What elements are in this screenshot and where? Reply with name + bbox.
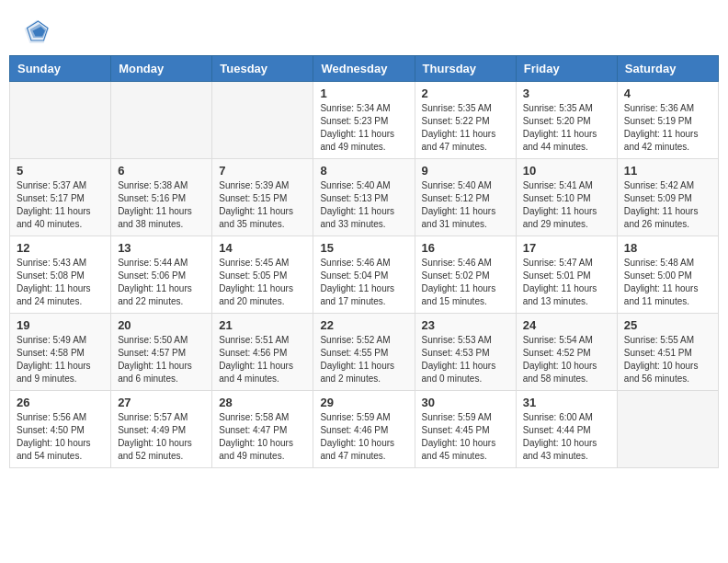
calendar-cell: 9Sunrise: 5:40 AM Sunset: 5:12 PM Daylig… bbox=[415, 159, 516, 236]
day-number: 22 bbox=[320, 318, 407, 332]
day-number: 29 bbox=[320, 396, 407, 409]
day-number: 6 bbox=[118, 164, 205, 178]
day-number: 2 bbox=[422, 86, 509, 100]
calendar-cell: 8Sunrise: 5:40 AM Sunset: 5:13 PM Daylig… bbox=[313, 159, 415, 236]
logo bbox=[23, 18, 54, 46]
calendar-cell: 17Sunrise: 5:47 AM Sunset: 5:01 PM Dayli… bbox=[516, 236, 617, 314]
calendar-week-row: 5Sunrise: 5:37 AM Sunset: 5:17 PM Daylig… bbox=[10, 159, 719, 236]
day-number: 25 bbox=[624, 318, 711, 332]
day-number: 23 bbox=[422, 318, 509, 332]
day-number: 17 bbox=[523, 241, 610, 255]
weekday-header-saturday: Saturday bbox=[617, 56, 718, 82]
calendar-cell: 20Sunrise: 5:50 AM Sunset: 4:57 PM Dayli… bbox=[111, 314, 212, 391]
weekday-header-row: SundayMondayTuesdayWednesdayThursdayFrid… bbox=[10, 56, 719, 82]
day-info: Sunrise: 5:34 AM Sunset: 5:23 PM Dayligh… bbox=[320, 102, 407, 154]
calendar-cell: 6Sunrise: 5:38 AM Sunset: 5:16 PM Daylig… bbox=[111, 159, 212, 236]
day-number: 1 bbox=[320, 86, 407, 100]
calendar-cell: 24Sunrise: 5:54 AM Sunset: 4:52 PM Dayli… bbox=[516, 314, 617, 391]
day-info: Sunrise: 5:49 AM Sunset: 4:58 PM Dayligh… bbox=[17, 334, 104, 385]
calendar-cell: 14Sunrise: 5:45 AM Sunset: 5:05 PM Dayli… bbox=[212, 236, 313, 314]
calendar-cell: 21Sunrise: 5:51 AM Sunset: 4:56 PM Dayli… bbox=[212, 314, 313, 391]
day-info: Sunrise: 5:56 AM Sunset: 4:50 PM Dayligh… bbox=[17, 411, 104, 463]
day-info: Sunrise: 5:45 AM Sunset: 5:05 PM Dayligh… bbox=[219, 257, 306, 308]
calendar-cell bbox=[10, 82, 111, 159]
day-info: Sunrise: 5:36 AM Sunset: 5:19 PM Dayligh… bbox=[624, 102, 711, 154]
calendar-cell bbox=[212, 82, 313, 159]
calendar-cell bbox=[617, 391, 718, 468]
calendar-cell: 1Sunrise: 5:34 AM Sunset: 5:23 PM Daylig… bbox=[313, 82, 415, 159]
calendar-cell: 26Sunrise: 5:56 AM Sunset: 4:50 PM Dayli… bbox=[10, 391, 111, 468]
calendar-cell: 30Sunrise: 5:59 AM Sunset: 4:45 PM Dayli… bbox=[415, 391, 516, 468]
day-number: 28 bbox=[219, 396, 306, 409]
calendar-cell: 25Sunrise: 5:55 AM Sunset: 4:51 PM Dayli… bbox=[617, 314, 718, 391]
logo-icon bbox=[23, 18, 51, 46]
day-info: Sunrise: 5:41 AM Sunset: 5:10 PM Dayligh… bbox=[523, 179, 610, 231]
day-number: 4 bbox=[624, 86, 711, 100]
day-info: Sunrise: 5:58 AM Sunset: 4:47 PM Dayligh… bbox=[219, 411, 306, 463]
day-number: 16 bbox=[422, 241, 509, 255]
day-number: 21 bbox=[219, 318, 306, 332]
calendar-cell bbox=[111, 82, 212, 159]
day-info: Sunrise: 6:00 AM Sunset: 4:44 PM Dayligh… bbox=[523, 411, 610, 463]
calendar-cell: 18Sunrise: 5:48 AM Sunset: 5:00 PM Dayli… bbox=[617, 236, 718, 314]
calendar-week-row: 19Sunrise: 5:49 AM Sunset: 4:58 PM Dayli… bbox=[10, 314, 719, 391]
calendar-cell: 22Sunrise: 5:52 AM Sunset: 4:55 PM Dayli… bbox=[313, 314, 415, 391]
day-info: Sunrise: 5:38 AM Sunset: 5:16 PM Dayligh… bbox=[118, 179, 205, 231]
day-number: 8 bbox=[320, 164, 407, 178]
calendar-cell: 16Sunrise: 5:46 AM Sunset: 5:02 PM Dayli… bbox=[415, 236, 516, 314]
day-info: Sunrise: 5:50 AM Sunset: 4:57 PM Dayligh… bbox=[118, 334, 205, 385]
calendar-cell: 28Sunrise: 5:58 AM Sunset: 4:47 PM Dayli… bbox=[212, 391, 313, 468]
day-info: Sunrise: 5:42 AM Sunset: 5:09 PM Dayligh… bbox=[624, 179, 711, 231]
day-info: Sunrise: 5:39 AM Sunset: 5:15 PM Dayligh… bbox=[219, 179, 306, 231]
day-info: Sunrise: 5:35 AM Sunset: 5:20 PM Dayligh… bbox=[523, 102, 610, 154]
day-number: 9 bbox=[422, 164, 509, 178]
weekday-header-monday: Monday bbox=[111, 56, 212, 82]
calendar-cell: 5Sunrise: 5:37 AM Sunset: 5:17 PM Daylig… bbox=[10, 159, 111, 236]
day-info: Sunrise: 5:46 AM Sunset: 5:02 PM Dayligh… bbox=[422, 257, 509, 308]
day-info: Sunrise: 5:52 AM Sunset: 4:55 PM Dayligh… bbox=[320, 334, 407, 385]
day-info: Sunrise: 5:46 AM Sunset: 5:04 PM Dayligh… bbox=[320, 257, 407, 308]
day-info: Sunrise: 5:59 AM Sunset: 4:45 PM Dayligh… bbox=[422, 411, 509, 463]
day-info: Sunrise: 5:48 AM Sunset: 5:00 PM Dayligh… bbox=[624, 257, 711, 308]
day-info: Sunrise: 5:43 AM Sunset: 5:08 PM Dayligh… bbox=[17, 257, 104, 308]
calendar-week-row: 26Sunrise: 5:56 AM Sunset: 4:50 PM Dayli… bbox=[10, 391, 719, 468]
day-info: Sunrise: 5:37 AM Sunset: 5:17 PM Dayligh… bbox=[17, 179, 104, 231]
calendar-cell: 11Sunrise: 5:42 AM Sunset: 5:09 PM Dayli… bbox=[617, 159, 718, 236]
day-number: 13 bbox=[118, 241, 205, 255]
day-info: Sunrise: 5:53 AM Sunset: 4:53 PM Dayligh… bbox=[422, 334, 509, 385]
calendar-cell: 2Sunrise: 5:35 AM Sunset: 5:22 PM Daylig… bbox=[415, 82, 516, 159]
day-info: Sunrise: 5:40 AM Sunset: 5:12 PM Dayligh… bbox=[422, 179, 509, 231]
day-number: 11 bbox=[624, 164, 711, 178]
day-info: Sunrise: 5:55 AM Sunset: 4:51 PM Dayligh… bbox=[624, 334, 711, 385]
calendar-cell: 31Sunrise: 6:00 AM Sunset: 4:44 PM Dayli… bbox=[516, 391, 617, 468]
day-number: 5 bbox=[17, 164, 104, 178]
day-number: 26 bbox=[17, 396, 104, 409]
day-info: Sunrise: 5:47 AM Sunset: 5:01 PM Dayligh… bbox=[523, 257, 610, 308]
weekday-header-thursday: Thursday bbox=[415, 56, 516, 82]
day-number: 31 bbox=[523, 396, 610, 409]
calendar-cell: 3Sunrise: 5:35 AM Sunset: 5:20 PM Daylig… bbox=[516, 82, 617, 159]
calendar-week-row: 12Sunrise: 5:43 AM Sunset: 5:08 PM Dayli… bbox=[10, 236, 719, 314]
weekday-header-sunday: Sunday bbox=[10, 56, 111, 82]
day-number: 20 bbox=[118, 318, 205, 332]
calendar-cell: 7Sunrise: 5:39 AM Sunset: 5:15 PM Daylig… bbox=[212, 159, 313, 236]
calendar-cell: 4Sunrise: 5:36 AM Sunset: 5:19 PM Daylig… bbox=[617, 82, 718, 159]
calendar-cell: 13Sunrise: 5:44 AM Sunset: 5:06 PM Dayli… bbox=[111, 236, 212, 314]
calendar-cell: 27Sunrise: 5:57 AM Sunset: 4:49 PM Dayli… bbox=[111, 391, 212, 468]
day-number: 10 bbox=[523, 164, 610, 178]
day-info: Sunrise: 5:40 AM Sunset: 5:13 PM Dayligh… bbox=[320, 179, 407, 231]
calendar-week-row: 1Sunrise: 5:34 AM Sunset: 5:23 PM Daylig… bbox=[10, 82, 719, 159]
day-number: 3 bbox=[523, 86, 610, 100]
day-number: 12 bbox=[17, 241, 104, 255]
day-info: Sunrise: 5:57 AM Sunset: 4:49 PM Dayligh… bbox=[118, 411, 205, 463]
calendar-cell: 15Sunrise: 5:46 AM Sunset: 5:04 PM Dayli… bbox=[313, 236, 415, 314]
calendar-cell: 10Sunrise: 5:41 AM Sunset: 5:10 PM Dayli… bbox=[516, 159, 617, 236]
day-number: 19 bbox=[17, 318, 104, 332]
calendar-table: SundayMondayTuesdayWednesdayThursdayFrid… bbox=[9, 55, 719, 468]
day-number: 15 bbox=[320, 241, 407, 255]
day-info: Sunrise: 5:54 AM Sunset: 4:52 PM Dayligh… bbox=[523, 334, 610, 385]
calendar-cell: 19Sunrise: 5:49 AM Sunset: 4:58 PM Dayli… bbox=[10, 314, 111, 391]
weekday-header-wednesday: Wednesday bbox=[313, 56, 415, 82]
day-info: Sunrise: 5:51 AM Sunset: 4:56 PM Dayligh… bbox=[219, 334, 306, 385]
day-number: 27 bbox=[118, 396, 205, 409]
